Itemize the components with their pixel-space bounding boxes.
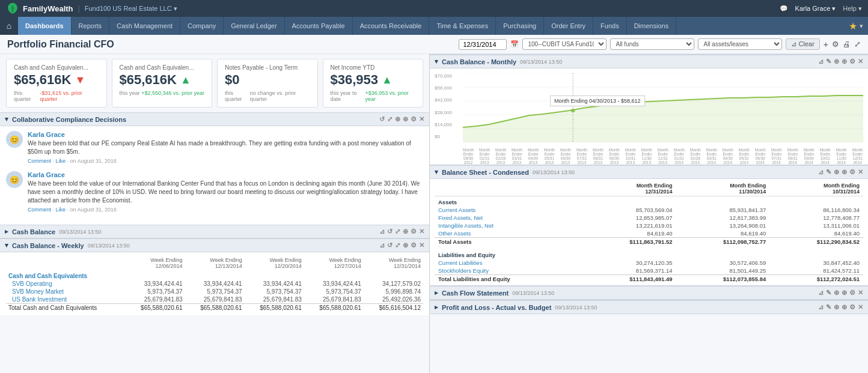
nav-item-accounts-receivable[interactable]: Accounts Receivable — [353, 17, 430, 35]
total-w2: $65,588,020.61 — [185, 304, 245, 312]
zoom-icon-cf[interactable]: ⊕ — [842, 289, 847, 297]
logo[interactable]: FamilyWealth — [6, 2, 73, 15]
pl-section-header[interactable]: ▸ Profit and Loss - Actual vs. Budget 09… — [430, 300, 868, 314]
cash-balance-weekly-header[interactable]: ▾ Cash Balance - Weekly 09/13/2014 13:50… — [0, 238, 429, 252]
bs-cl-label[interactable]: Current Liabilities — [435, 259, 582, 267]
comment-user-0[interactable]: Karla Grace — [28, 131, 423, 138]
nav-item-reports[interactable]: Reports — [72, 17, 110, 35]
expand-icon[interactable]: ⤢ — [387, 115, 393, 123]
search-icon-cf[interactable]: ⊕ — [834, 289, 839, 297]
gear-icon-bs[interactable]: ⚙ — [849, 168, 855, 176]
refresh-icon[interactable]: ↺ — [379, 115, 385, 123]
close-icon-cbm[interactable]: ✕ — [858, 58, 863, 65]
clear-button[interactable]: ⊿ Clear — [786, 38, 819, 50]
bs-fixed-assets-label[interactable]: Fixed Assets, Net — [435, 214, 582, 222]
user-menu[interactable]: Karla Grace ▾ — [795, 5, 836, 13]
filter-icon-cbw[interactable]: ⊿ — [379, 241, 385, 249]
comment-user-1[interactable]: Karla Grace — [28, 171, 423, 178]
nav-item-purchasing[interactable]: Purchasing — [496, 17, 544, 35]
search-icon-bs[interactable]: ⊕ — [834, 168, 839, 176]
expand-icon-cb[interactable]: ⤢ — [395, 228, 400, 235]
nav-item-accounts-payable[interactable]: Accounts Payable — [285, 17, 353, 35]
total-w4: $65,588,020.61 — [304, 304, 364, 312]
export-icon[interactable]: ⤢ — [854, 40, 861, 49]
bs-intangible-label[interactable]: Intangible Assets, Net — [435, 222, 582, 229]
edit-icon-cf[interactable]: ✎ — [826, 289, 831, 297]
cbm-section-header[interactable]: ▾ Cash Balance - Monthly 09/13/2014 13:5… — [430, 55, 868, 68]
like-link-0[interactable]: Like — [56, 158, 66, 164]
kpi-bottom-2: this quarter no change vs. prior quarter — [225, 90, 310, 102]
bs-row-intangible: Intangible Assets, Net 13,221,619.01 13,… — [435, 222, 863, 229]
comment-link-1[interactable]: Comment — [28, 207, 51, 213]
cf-title: Cash Flow Statement — [442, 290, 509, 297]
help-menu[interactable]: Help ▾ — [843, 5, 862, 13]
expand-icon-cbw[interactable]: ⤢ — [395, 241, 400, 249]
close-icon-cb[interactable]: ✕ — [419, 228, 424, 235]
fund-selector[interactable]: Fund100 US Real Estate LLC ▾ — [85, 5, 177, 13]
gear-icon[interactable]: ⚙ — [411, 115, 417, 123]
search-icon-cbm[interactable]: ⊕ — [834, 58, 839, 65]
close-icon-bs[interactable]: ✕ — [858, 168, 863, 176]
refresh-icon-cbw[interactable]: ↺ — [387, 241, 393, 249]
close-icon-pl[interactable]: ✕ — [858, 303, 863, 311]
gear-icon-cbw[interactable]: ⚙ — [411, 241, 417, 249]
zoom-icon-pl[interactable]: ⊕ — [842, 303, 847, 311]
comment-link-0[interactable]: Comment — [28, 158, 51, 164]
zoom-icon-bs[interactable]: ⊕ — [842, 168, 847, 176]
nav-item-general-ledger[interactable]: General Ledger — [224, 17, 284, 35]
gear-icon-pl[interactable]: ⚙ — [849, 303, 855, 311]
fund-filter-select[interactable]: 100--CUBIT USA Fund100 US... — [522, 38, 607, 50]
filter-icon-cb[interactable]: ⊿ — [379, 228, 385, 235]
bs-equity-label[interactable]: Stockholders Equity — [435, 267, 582, 275]
zoom-icon[interactable]: ⊕ — [403, 115, 408, 123]
cash-balance-header[interactable]: ▸ Cash Balance 09/13/2014 13:50 ⊿ ↺ ⤢ ⊕ … — [0, 225, 429, 238]
x-label: MonthEndin10/312013 — [625, 148, 636, 165]
nav-item-dashboards[interactable]: Dashboards — [18, 17, 72, 35]
bs-fa-1031: 12,778,408.77 — [769, 214, 863, 222]
search-icon-pl[interactable]: ⊕ — [834, 303, 839, 311]
close-icon-cf[interactable]: ✕ — [858, 289, 863, 297]
close-icon[interactable]: ✕ — [419, 115, 424, 123]
zoom-icon-cbm[interactable]: ⊕ — [842, 58, 847, 65]
svb-mm-w1: 5,973,754.37 — [126, 288, 185, 296]
filter-icon-cf[interactable]: ⊿ — [818, 289, 824, 297]
search-icon[interactable]: ⊕ — [395, 115, 400, 123]
all-assets-select[interactable]: All assets/leases — [698, 38, 782, 50]
close-icon-cbw[interactable]: ✕ — [419, 241, 424, 249]
nav-options-icon[interactable]: ▾ — [860, 22, 863, 30]
gear-icon-cf[interactable]: ⚙ — [849, 289, 855, 297]
gear-icon-cb[interactable]: ⚙ — [411, 228, 417, 235]
add-icon[interactable]: + — [824, 40, 828, 49]
nav-item-company[interactable]: Company — [180, 17, 224, 35]
edit-icon-cbm[interactable]: ✎ — [826, 58, 831, 65]
edit-icon-bs[interactable]: ✎ — [826, 168, 831, 176]
gear-icon-cbm[interactable]: ⚙ — [849, 58, 855, 65]
total-w3: $65,588,020.61 — [245, 304, 304, 312]
star-icon[interactable]: ★ — [849, 20, 857, 32]
print-icon[interactable]: 🖨 — [843, 40, 851, 49]
nav-item-cash-management[interactable]: Cash Management — [109, 17, 180, 35]
all-funds-select[interactable]: All funds — [610, 38, 694, 50]
bs-tl-1231: $111,843,491.49 — [582, 275, 676, 284]
cf-section-header[interactable]: ▸ Cash Flow Statement 09/13/2014 13:50 ⊿… — [430, 286, 868, 300]
date-input[interactable] — [459, 39, 507, 50]
edit-icon-pl[interactable]: ✎ — [826, 303, 831, 311]
bs-current-assets-label[interactable]: Current Assets — [435, 206, 582, 214]
calendar-icon[interactable]: 📅 — [510, 40, 519, 48]
nav-item-dimensions[interactable]: Dimensions — [627, 17, 676, 35]
nav-home-button[interactable]: ⌂ — [0, 17, 18, 35]
filter-icon-cbm[interactable]: ⊿ — [818, 58, 824, 65]
nav-item-funds[interactable]: Funds — [593, 17, 627, 35]
bs-other-label[interactable]: Other Assets — [435, 229, 582, 238]
search-icon-cb[interactable]: ⊕ — [403, 228, 408, 235]
nav-item-time-expenses[interactable]: Time & Expenses — [429, 17, 496, 35]
filter-icon-bs[interactable]: ⊿ — [818, 168, 824, 176]
like-link-1[interactable]: Like — [56, 207, 66, 213]
refresh-icon-cb[interactable]: ↺ — [387, 228, 393, 235]
bs-section-header[interactable]: ▾ Balance Sheet - Condensed 09/13/2014 1… — [430, 165, 868, 179]
filter-icon-pl[interactable]: ⊿ — [818, 303, 824, 311]
compliance-section-header[interactable]: ▾ Collaborative Compliance Decisions ↺ ⤢… — [0, 112, 429, 126]
nav-item-order-entry[interactable]: Order Entry — [544, 17, 593, 35]
settings-icon[interactable]: ⚙ — [832, 40, 839, 49]
search-icon-cbw[interactable]: ⊕ — [403, 241, 408, 249]
